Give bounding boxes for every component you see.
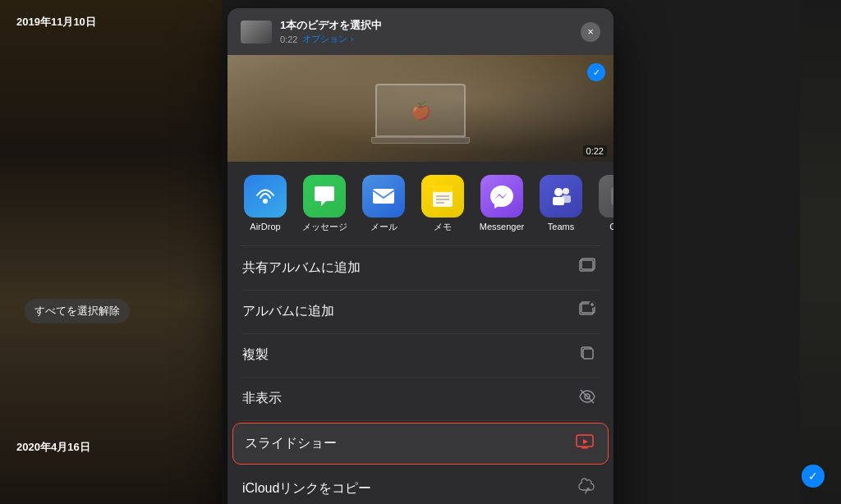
- hide-label: 非表示: [242, 390, 576, 407]
- svg-point-7: [563, 188, 569, 195]
- slideshow-icon: [573, 433, 596, 455]
- icloud-copy-label: iCloudリンクをコピー: [242, 480, 576, 497]
- app-more[interactable]: ··· On…: [592, 175, 614, 232]
- svg-rect-10: [553, 197, 564, 205]
- shared-album-icon: [576, 257, 599, 279]
- action-hide[interactable]: 非表示: [227, 377, 614, 420]
- duplicate-label: 複製: [242, 346, 576, 364]
- svg-rect-3: [433, 186, 453, 192]
- app-messages[interactable]: メッセージ: [296, 175, 352, 232]
- laptop-base: [371, 137, 470, 144]
- svg-rect-11: [611, 187, 614, 205]
- header-title: 1本のビデオを選択中: [280, 18, 572, 33]
- header-duration: 0:22: [280, 34, 297, 44]
- icloud-copy-icon: [576, 478, 599, 500]
- modal-backdrop: 1本のビデオを選択中 0:22 オプション › × 🍎 ✓ 0:22: [0, 0, 841, 504]
- mail-icon: [362, 175, 405, 218]
- add-album-icon: [576, 300, 599, 323]
- laptop-screen: 🍎: [375, 84, 466, 137]
- app-share-row: AirDrop メッセージ メール: [227, 162, 614, 245]
- header-option[interactable]: オプション ›: [302, 33, 353, 45]
- video-check-badge: ✓: [587, 63, 605, 81]
- laptop-graphic: 🍎: [371, 84, 470, 149]
- app-notes[interactable]: メモ: [415, 175, 471, 232]
- notes-icon: [421, 175, 464, 218]
- more-icon: ···: [599, 175, 614, 218]
- action-list: 共有アルバムに追加 アルバムに追加: [227, 246, 614, 504]
- panel-header: 1本のビデオを選択中 0:22 オプション › ×: [227, 8, 614, 55]
- mail-label: メール: [370, 222, 398, 232]
- action-slideshow[interactable]: スライドショー: [232, 423, 609, 465]
- teams-icon: [540, 175, 582, 218]
- svg-rect-1: [373, 189, 394, 204]
- messages-icon: [303, 175, 346, 218]
- svg-point-9: [554, 188, 563, 196]
- app-mail[interactable]: メール: [356, 175, 411, 232]
- apple-logo: 🍎: [411, 101, 431, 121]
- svg-rect-26: [581, 447, 588, 449]
- action-duplicate[interactable]: 複製: [227, 333, 614, 377]
- app-teams[interactable]: Teams: [533, 175, 589, 232]
- svg-rect-21: [583, 349, 593, 359]
- add-album-label: アルバムに追加: [242, 303, 576, 320]
- action-add-album[interactable]: アルバムに追加: [227, 290, 614, 333]
- app-messenger[interactable]: Messenger: [474, 175, 530, 232]
- teams-label: Teams: [548, 222, 574, 232]
- duplicate-icon: [576, 344, 599, 366]
- action-icloud-copy[interactable]: iCloudリンクをコピー: [227, 467, 614, 504]
- header-thumbnail: [241, 21, 272, 44]
- close-button[interactable]: ×: [581, 22, 600, 42]
- share-sheet-panel: 1本のビデオを選択中 0:22 オプション › × 🍎 ✓ 0:22: [227, 8, 614, 504]
- action-shared-album[interactable]: 共有アルバムに追加: [227, 246, 614, 290]
- svg-marker-25: [583, 439, 588, 444]
- header-info: 1本のビデオを選択中 0:22 オプション ›: [280, 18, 572, 45]
- app-airdrop[interactable]: AirDrop: [237, 175, 293, 232]
- svg-point-0: [263, 199, 268, 204]
- messages-label: メッセージ: [302, 222, 347, 232]
- messenger-label: Messenger: [480, 222, 524, 232]
- airdrop-icon: [244, 175, 287, 218]
- notes-label: メモ: [434, 222, 452, 232]
- more-label: On…: [609, 222, 614, 232]
- video-preview: 🍎 ✓ 0:22: [227, 55, 614, 162]
- video-duration-badge: 0:22: [583, 145, 607, 157]
- shared-album-label: 共有アルバムに追加: [242, 259, 576, 277]
- video-preview-content: 🍎: [227, 55, 614, 162]
- hide-icon: [576, 387, 599, 410]
- airdrop-label: AirDrop: [250, 222, 280, 232]
- slideshow-label: スライドショー: [245, 435, 573, 452]
- messenger-icon: [480, 175, 523, 218]
